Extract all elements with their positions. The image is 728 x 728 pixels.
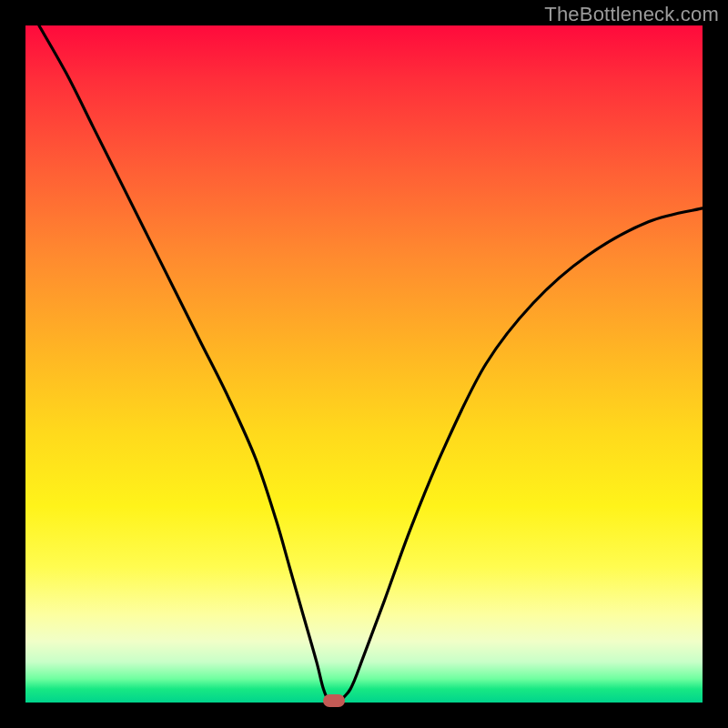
chart-frame: TheBottleneck.com (0, 0, 728, 728)
curve-svg (25, 25, 703, 703)
plot-area (25, 25, 703, 703)
watermark-text: TheBottleneck.com (544, 3, 719, 26)
bottleneck-curve-path (39, 25, 703, 704)
optimal-point-marker (323, 694, 345, 707)
